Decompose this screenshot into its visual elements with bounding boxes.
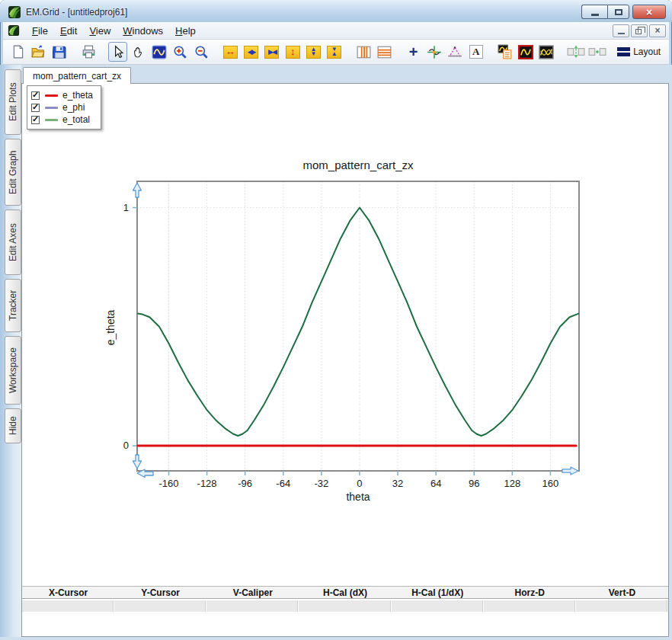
x-axis-label: theta — [346, 491, 370, 503]
y-tick-label: 1 — [123, 202, 129, 213]
pan-tool-button[interactable] — [129, 42, 148, 62]
x-tick-label: 0 — [357, 478, 362, 489]
readout-header: H-Cal (1/dX) — [392, 587, 484, 598]
close-icon — [646, 7, 652, 18]
fit-horizontal-out-button[interactable] — [242, 42, 261, 62]
legend-checkbox-e-total[interactable] — [31, 116, 40, 124]
readout-value-row — [22, 599, 668, 613]
menu-bar: File Edit View Windows Help — [3, 22, 669, 40]
mdi-restore-icon — [635, 29, 642, 34]
split-horizontal-button[interactable] — [587, 42, 607, 62]
crosshair-button[interactable] — [404, 42, 423, 62]
mdi-minimize-button[interactable] — [613, 24, 629, 37]
chart-area: -160-128-96-64-32032649612816001mom_patt… — [22, 84, 668, 586]
sidebar-item-workspace[interactable]: Workspace — [5, 336, 21, 405]
caliper-button[interactable] — [446, 42, 465, 62]
toolbar: Layout — [3, 40, 669, 65]
menu-edit[interactable]: Edit — [54, 24, 83, 38]
pointer-tool-button[interactable] — [108, 42, 127, 62]
layout-icon — [617, 47, 630, 56]
sidebar-item-edit-axes[interactable]: Edit Axes — [5, 210, 21, 275]
expand-horizontal-button[interactable] — [221, 42, 240, 62]
curve-style-button[interactable] — [517, 42, 536, 62]
fit-vertical-in-button[interactable] — [325, 42, 344, 62]
legend-swatch-e-theta — [45, 94, 58, 97]
split-vertical-icon — [567, 45, 585, 59]
curve-style-icon — [518, 45, 533, 59]
sidebar-item-edit-graph[interactable]: Edit Graph — [5, 139, 21, 206]
save-icon — [53, 45, 66, 59]
readout-cell — [484, 600, 575, 612]
fit-horizontal-in-button[interactable] — [262, 42, 281, 62]
menu-view[interactable]: View — [83, 24, 117, 38]
readout-header: X-Cursor — [22, 587, 114, 598]
pointer-icon — [111, 45, 125, 59]
v-arrows-in-icon — [327, 46, 341, 59]
menu-windows[interactable]: Windows — [117, 24, 169, 38]
menu-file[interactable]: File — [26, 24, 54, 38]
side-panel-tabs: Edit Plots Edit Graph Edit Axes Tracker … — [0, 65, 21, 637]
legend-box: e_theta e_phi e_total — [27, 85, 101, 130]
x-tick-label: -96 — [238, 478, 252, 489]
sidebar-item-edit-plots[interactable]: Edit Plots — [5, 69, 21, 135]
new-icon — [11, 45, 25, 59]
vertical-markers-button[interactable] — [354, 42, 373, 62]
y-axis-bottom-handle[interactable] — [133, 455, 142, 469]
caliper-icon — [447, 45, 462, 59]
mdi-close-button[interactable] — [649, 24, 666, 37]
horizontal-markers-button[interactable] — [375, 42, 394, 62]
title-bar: EM.Grid - [untitledproj61] — [0, 0, 672, 22]
legend-icon — [498, 44, 513, 59]
plot-border — [137, 181, 579, 471]
layout-button[interactable]: Layout — [617, 46, 664, 57]
fit-vertical-out-button[interactable] — [304, 42, 323, 62]
legend-checkbox-e-theta[interactable] — [31, 91, 40, 100]
readout-cell — [392, 600, 483, 612]
h-arrows-out-icon — [244, 46, 258, 59]
chart-svg[interactable]: -160-128-96-64-32032649612816001mom_patt… — [22, 84, 666, 584]
y-axis-top-handle[interactable] — [133, 183, 142, 197]
x-tick-label: -64 — [276, 478, 290, 489]
legend-checkbox-e-phi[interactable] — [31, 104, 40, 112]
zoom-out-button[interactable] — [191, 42, 210, 62]
x-tick-label: -160 — [158, 478, 178, 489]
v-arrows-out-icon — [306, 46, 321, 59]
minimize-button[interactable] — [581, 5, 607, 19]
sidebar-item-hide[interactable]: Hide — [5, 408, 21, 443]
x-axis-right-handle[interactable] — [562, 467, 578, 475]
mdi-restore-button[interactable] — [631, 24, 648, 37]
open-button[interactable] — [29, 42, 48, 62]
layout-label: Layout — [633, 46, 661, 57]
legend-swatch-e-total — [45, 119, 58, 121]
rows-icon — [377, 46, 392, 59]
print-button[interactable] — [79, 42, 98, 62]
expand-vertical-button[interactable] — [283, 42, 302, 62]
x-tick-label: 128 — [504, 478, 520, 489]
new-button[interactable] — [8, 42, 27, 62]
h-arrows-in-icon — [264, 46, 279, 59]
readout-cell — [114, 600, 206, 612]
legend-label-e-total: e_total — [62, 114, 90, 125]
text-label-button[interactable] — [466, 42, 485, 62]
document-icon — [8, 24, 20, 37]
split-vertical-button[interactable] — [566, 42, 586, 62]
legend-toggle-button[interactable] — [495, 42, 514, 62]
chart-title: mom_pattern_cart_zx — [302, 158, 414, 171]
maximize-button[interactable] — [607, 5, 629, 19]
sidebar-item-tracker[interactable]: Tracker — [5, 279, 21, 332]
zoom-region-button[interactable] — [150, 42, 169, 62]
tracker-button[interactable] — [424, 42, 443, 62]
readout-header: Y-Cursor — [114, 587, 206, 598]
readout-cell — [299, 600, 390, 612]
window-title: EM.Grid - [untitledproj61] — [26, 7, 581, 18]
crosshair-icon — [409, 44, 418, 59]
zoom-in-button[interactable] — [171, 42, 190, 62]
close-button[interactable] — [632, 5, 666, 19]
save-button[interactable] — [50, 42, 69, 62]
v-expand-icon — [286, 46, 300, 59]
menu-help[interactable]: Help — [169, 24, 202, 38]
text-label-icon — [469, 45, 483, 59]
curves-overlay-button[interactable] — [537, 42, 556, 62]
tab-mom-pattern-cart-zx[interactable]: mom_pattern_cart_zx — [23, 67, 131, 84]
curves-overlay-icon — [539, 45, 554, 59]
